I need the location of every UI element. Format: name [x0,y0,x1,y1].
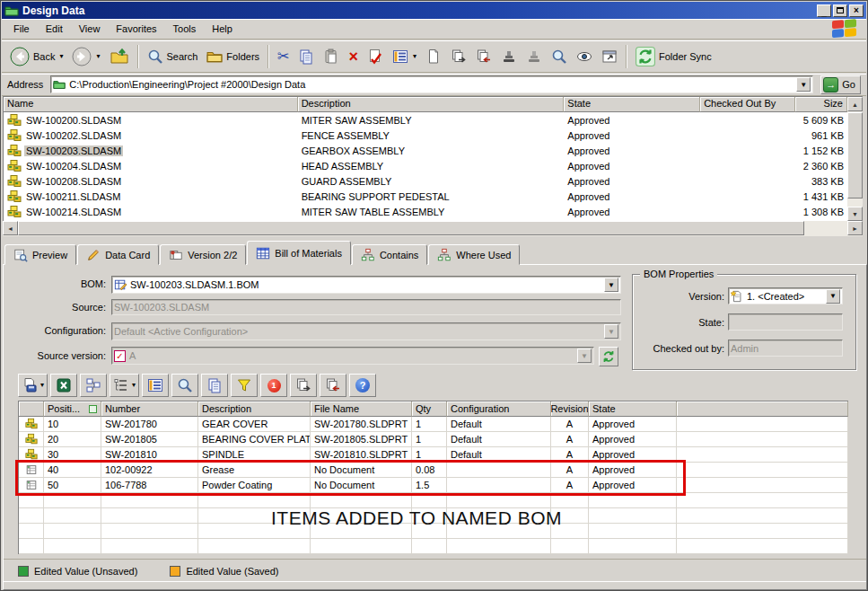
excel-button[interactable] [50,374,77,397]
close-button[interactable]: × [849,4,864,17]
open-window-button[interactable] [597,43,622,70]
view-options-button[interactable]: ▾ [110,374,139,397]
scroll-left-button[interactable]: ◄ [3,221,18,235]
address-input[interactable]: C:\Production\Engineering\Project #2000\… [50,75,813,93]
file-list-vertical-scrollbar[interactable]: ▲ ▼ [847,96,863,221]
checkin-button[interactable] [471,43,496,70]
menu-file[interactable]: File [5,21,38,37]
toolbar-separator [626,45,627,68]
check-document-button[interactable] [363,43,388,70]
file-row[interactable]: SW-100211.SLDASM BEARING SUPPORT PEDESTA… [4,189,847,204]
go-arrow-icon: → [823,77,838,93]
bom-checkout-button[interactable] [290,374,317,397]
column-header-revision[interactable]: Revision [551,401,589,417]
bom-row-added[interactable]: 40 102-00922 Grease No Document 0.08 A A… [19,463,848,478]
tab-data-card[interactable]: Data Card [77,244,159,265]
menu-help[interactable]: Help [204,21,241,37]
file-row[interactable]: SW-100208.SLDASM GUARD ASSEMBLY Approved… [4,173,847,189]
bom-row[interactable]: 10 SW-201780 GEAR COVER SW-201780.SLDPRT… [19,417,848,432]
title-bar[interactable]: Design Data _ × [2,2,866,19]
version-combo[interactable]: 1. <Created> ▼ [728,287,843,304]
minimize-button[interactable]: _ [817,4,831,17]
bom-row[interactable]: 30 SW-201810 SPINDLE SW-201810.SLDPRT 1 … [19,447,848,463]
address-dropdown-button[interactable]: ▼ [796,77,811,92]
file-row[interactable]: SW-100200.SLDASM MITER SAW ASSEMBLY Appr… [4,112,847,128]
column-header-file-name[interactable]: File Name [311,401,412,417]
search-files-button[interactable] [547,43,572,70]
tab-bill-of-materials[interactable]: Bill of Materials [247,241,351,265]
column-header-checked-out-by[interactable]: Checked Out By [700,97,795,112]
file-row[interactable]: SW-100202.SLDASM FENCE ASSEMBLY Approved… [4,128,847,143]
bom-checkin-button[interactable] [320,374,346,397]
bom-row-added[interactable]: 50 106-7788 Powder Coating No Document 1… [19,478,848,493]
column-header-configuration[interactable]: Configuration [447,401,551,417]
chevron-down-icon: ▾ [59,53,63,60]
zoom-button[interactable] [171,374,198,397]
menu-bar: File Edit View Favorites Tools Help [2,19,866,40]
refresh-button[interactable] [599,347,618,366]
scroll-right-button[interactable]: ► [847,221,863,235]
toolbar-separator [267,45,269,68]
tab-where-used[interactable]: Where Used [428,244,520,265]
approve-button[interactable] [522,43,547,70]
folders-button[interactable]: Folders [202,43,264,70]
filter-button[interactable] [231,374,258,397]
search-button[interactable]: Search [143,43,203,70]
file-row[interactable]: SW-100204.SLDASM HEAD ASSEMBLY Approved … [4,158,847,173]
preview-button[interactable] [572,43,597,70]
column-header-state[interactable]: State [564,97,700,112]
delete-button[interactable]: × [344,43,363,70]
export-button[interactable]: ▾ [18,374,48,397]
file-list-horizontal-scrollbar[interactable]: ◄ ► [3,221,863,236]
column-header-state[interactable]: State [589,401,677,417]
views-button[interactable]: ▾ [388,43,421,70]
column-header-icon[interactable] [19,401,44,417]
maximize-button[interactable] [833,4,847,17]
forward-button[interactable]: ▾ [67,43,104,70]
bom-combo[interactable]: SW-100203.SLDASM.1.BOM ▼ [111,276,621,294]
copy-rows-button[interactable] [201,374,228,397]
scroll-thumb[interactable] [847,112,863,198]
column-header-qty[interactable]: Qty [412,401,447,417]
version-dropdown[interactable]: ▼ [826,289,840,304]
menu-view[interactable]: View [71,21,109,37]
folder-sync-button[interactable]: Folder Sync [631,43,716,70]
menu-favorites[interactable]: Favorites [108,21,164,37]
column-header-position[interactable]: Positi... [44,401,101,417]
go-button[interactable]: → Go [820,75,861,94]
checkout-button[interactable] [446,43,471,70]
cut-button[interactable]: ✂ [273,43,294,70]
compare-button[interactable] [80,374,107,397]
column-header-description[interactable]: Description [198,401,311,417]
bom-row[interactable]: 20 SW-201805 BEARING COVER PLATE SW-2018… [19,432,848,447]
up-button[interactable] [105,43,134,70]
document-button[interactable] [421,43,446,70]
paste-button[interactable] [319,43,344,70]
file-row[interactable]: SW-100214.SLDASM MITER SAW TABLE ASSEMBL… [4,204,847,219]
window-icon [601,49,618,65]
back-button[interactable]: Back ▾ [5,43,67,70]
column-header-number[interactable]: Number [101,401,198,417]
copy-button[interactable] [294,43,319,70]
file-row-selected[interactable]: SW-100203.SLDASM GEARBOX ASSEMBLY Approv… [4,143,847,158]
stamp-button[interactable] [496,43,522,70]
pencil-icon [86,248,101,262]
tab-version[interactable]: Version 2/2 [160,244,246,265]
help-button[interactable]: ? [349,374,376,397]
tab-preview[interactable]: Preview [4,244,76,265]
scroll-down-button[interactable]: ▼ [847,207,863,221]
state-label: State: [698,317,724,328]
folder-sync-icon [636,47,655,66]
maximize-icon [837,7,844,13]
bom-combo-dropdown[interactable]: ▼ [604,278,618,292]
column-header-description[interactable]: Description [298,97,565,112]
scroll-thumb[interactable] [18,221,804,235]
column-header-size[interactable]: Size [795,97,847,112]
tab-contains[interactable]: Contains [352,244,427,265]
menu-edit[interactable]: Edit [38,21,71,37]
scroll-up-button[interactable]: ▲ [847,97,863,111]
revision-button[interactable]: 1 [260,374,287,397]
column-header-name[interactable]: Name [4,97,298,112]
grid-view-button[interactable] [142,374,169,397]
menu-tools[interactable]: Tools [165,21,205,37]
